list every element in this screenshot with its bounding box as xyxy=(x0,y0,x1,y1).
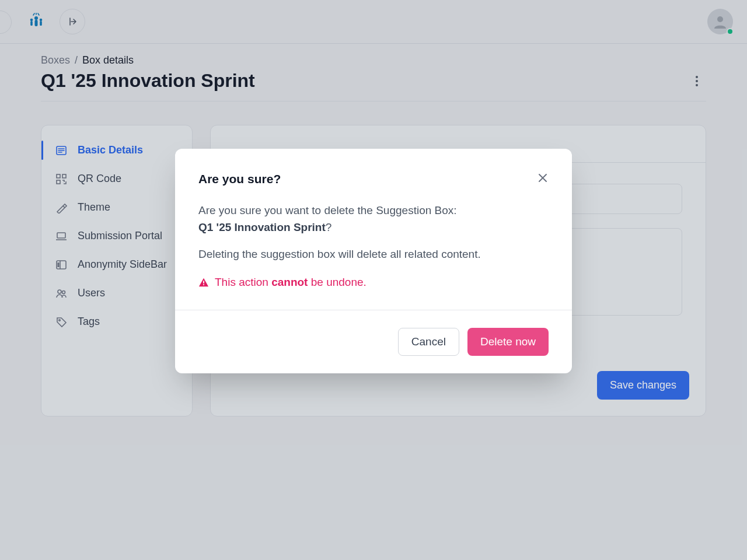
modal-body: Are you sure? Are you sure you want to d… xyxy=(175,149,572,310)
close-icon xyxy=(537,172,549,184)
modal-qmark: ? xyxy=(326,221,332,233)
modal-line1-text: Are you sure you want to delete the Sugg… xyxy=(198,204,457,216)
modal-line-1: Are you sure you want to delete the Sugg… xyxy=(198,202,549,236)
warning-triangle-icon xyxy=(198,277,209,288)
svg-rect-21 xyxy=(203,284,204,285)
warn-strong: cannot xyxy=(271,276,308,288)
modal-line-2: Deleting the suggestion box will delete … xyxy=(198,246,549,263)
confirm-delete-modal: Are you sure? Are you sure you want to d… xyxy=(175,149,572,373)
modal-warning: This action cannot be undone. xyxy=(198,276,549,289)
warn-pre: This action xyxy=(215,276,271,288)
modal-entity-name: Q1 '25 Innovation Sprint xyxy=(198,221,326,233)
svg-rect-20 xyxy=(203,281,204,284)
warn-post: be undone. xyxy=(308,276,366,288)
cancel-button[interactable]: Cancel xyxy=(398,328,459,356)
modal-warning-text: This action cannot be undone. xyxy=(215,276,366,289)
delete-now-button[interactable]: Delete now xyxy=(467,328,549,356)
modal-close-button[interactable] xyxy=(535,170,551,186)
modal-overlay[interactable]: Are you sure? Are you sure you want to d… xyxy=(0,0,747,560)
modal-footer: Cancel Delete now xyxy=(175,310,572,373)
modal-title: Are you sure? xyxy=(198,172,549,186)
